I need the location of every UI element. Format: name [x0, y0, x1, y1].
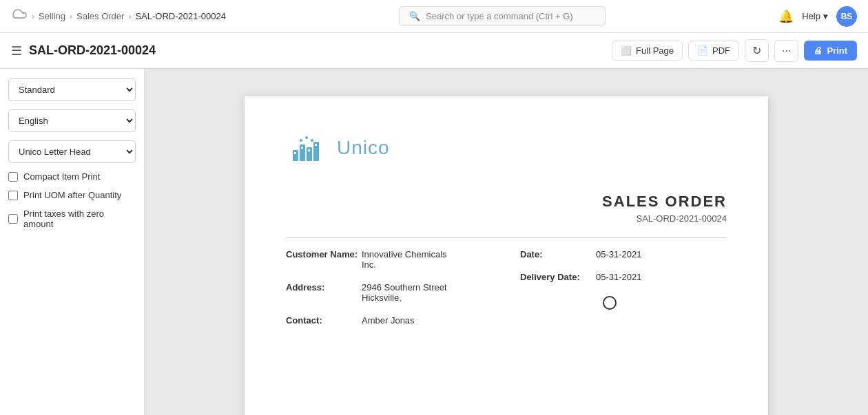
- print-taxes-checkbox[interactable]: [8, 214, 18, 224]
- print-label: Print: [827, 45, 847, 56]
- document-page: Unico SALES ORDER SAL-ORD-2021-00024 Cus…: [245, 96, 768, 415]
- customer-name-label: Customer Name:: [286, 249, 362, 259]
- notifications-icon[interactable]: 🔔: [778, 9, 794, 24]
- company-logo-icon: [286, 131, 327, 165]
- format-select[interactable]: Standard: [8, 78, 136, 101]
- print-button[interactable]: 🖨 Print: [804, 41, 857, 61]
- document-id: SAL-ORD-2021-00024: [286, 213, 727, 224]
- more-options-button[interactable]: ···: [774, 40, 798, 62]
- document-divider: [286, 237, 727, 238]
- svg-point-8: [300, 139, 302, 142]
- help-chevron-icon: ▾: [823, 11, 828, 21]
- contact-label: Contact:: [286, 315, 362, 326]
- breadcrumb-selling[interactable]: Selling: [39, 11, 65, 21]
- breadcrumb-sep-3: ›: [128, 12, 131, 21]
- compact-item-print-option[interactable]: Compact Item Print: [8, 171, 136, 182]
- svg-rect-7: [315, 144, 317, 146]
- delivery-date-value: 05-31-2021: [596, 272, 642, 282]
- compact-item-print-label: Compact Item Print: [23, 171, 100, 182]
- search-bar[interactable]: 🔍 Search or type a command (Ctrl + G): [399, 6, 606, 26]
- document-fields-right: Date: 05-31-2021 Delivery Date: 05-31-20…: [520, 249, 727, 338]
- sidebar: Standard English Unico Letter Head Compa…: [0, 69, 145, 415]
- full-page-icon: ⬜: [621, 45, 632, 56]
- letterhead-select[interactable]: Unico Letter Head: [8, 140, 136, 163]
- svg-rect-0: [293, 150, 298, 161]
- breadcrumb-area: › Selling › Sales Order › SAL-ORD-2021-0…: [11, 6, 226, 26]
- svg-point-10: [311, 139, 313, 142]
- pdf-label: PDF: [712, 45, 730, 56]
- print-uom-label: Print UOM after Quantity: [23, 190, 121, 200]
- document-area: Unico SALES ORDER SAL-ORD-2021-00024 Cus…: [145, 69, 868, 415]
- compact-item-print-checkbox[interactable]: [8, 172, 18, 182]
- cursor-indicator: [603, 296, 617, 310]
- logo-icon[interactable]: [11, 6, 28, 26]
- customer-name-value: Innovative ChemicalsInc.: [362, 249, 447, 270]
- page-title: SAL-ORD-2021-00024: [29, 43, 156, 58]
- document-fields: Customer Name: Innovative ChemicalsInc. …: [286, 249, 727, 338]
- sub-header-left: ☰ SAL-ORD-2021-00024: [11, 43, 156, 58]
- search-icon: 🔍: [409, 11, 420, 21]
- top-nav-right: 🔔 Help ▾ BS: [778, 6, 857, 27]
- print-taxes-label: Print taxes with zero amount: [23, 209, 136, 229]
- document-title-section: SALES ORDER SAL-ORD-2021-00024: [286, 193, 727, 224]
- menu-icon[interactable]: ☰: [11, 43, 22, 58]
- breadcrumb-sep-1: ›: [32, 12, 34, 21]
- date-label: Date:: [520, 249, 596, 259]
- document-header: Unico: [286, 131, 727, 165]
- full-page-label: Full Page: [636, 45, 674, 56]
- document-title: SALES ORDER: [286, 193, 727, 211]
- help-label: Help: [802, 11, 820, 21]
- document-fields-left: Customer Name: Innovative ChemicalsInc. …: [286, 249, 493, 338]
- main-layout: Standard English Unico Letter Head Compa…: [0, 69, 868, 415]
- help-button[interactable]: Help ▾: [802, 11, 828, 21]
- sub-header-actions: ⬜ Full Page 📄 PDF ↻ ··· 🖨 Print: [612, 39, 857, 62]
- search-area: 🔍 Search or type a command (Ctrl + G): [226, 6, 778, 26]
- svg-point-9: [305, 136, 308, 139]
- full-page-button[interactable]: ⬜ Full Page: [612, 41, 683, 61]
- svg-rect-4: [294, 152, 296, 154]
- svg-rect-6: [308, 149, 310, 151]
- contact-field: Contact: Amber Jonas: [286, 315, 493, 326]
- company-name: Unico: [337, 137, 390, 159]
- address-value: 2946 Southern StreetHicksville,: [362, 282, 447, 303]
- print-taxes-option[interactable]: Print taxes with zero amount: [8, 209, 136, 229]
- delivery-date-label: Delivery Date:: [520, 272, 596, 282]
- date-field: Date: 05-31-2021: [520, 249, 727, 259]
- search-placeholder-text: Search or type a command (Ctrl + G): [426, 11, 573, 21]
- svg-rect-5: [301, 147, 303, 149]
- print-icon: 🖨: [814, 45, 823, 56]
- date-value: 05-31-2021: [596, 249, 642, 259]
- print-uom-checkbox[interactable]: [8, 191, 18, 200]
- sub-header: ☰ SAL-ORD-2021-00024 ⬜ Full Page 📄 PDF ↻…: [0, 33, 868, 69]
- refresh-button[interactable]: ↻: [745, 39, 769, 62]
- avatar[interactable]: BS: [836, 6, 857, 27]
- customer-name-field: Customer Name: Innovative ChemicalsInc.: [286, 249, 493, 270]
- contact-value: Amber Jonas: [362, 315, 415, 326]
- company-logo: Unico: [286, 131, 390, 165]
- print-uom-option[interactable]: Print UOM after Quantity: [8, 190, 136, 200]
- language-select[interactable]: English: [8, 109, 136, 132]
- breadcrumb-sales-order[interactable]: Sales Order: [76, 11, 124, 21]
- pdf-button[interactable]: 📄 PDF: [688, 41, 739, 61]
- pdf-icon: 📄: [697, 45, 708, 56]
- breadcrumb-current: SAL-ORD-2021-00024: [135, 11, 226, 21]
- breadcrumb-sep-2: ›: [70, 12, 72, 21]
- delivery-date-field: Delivery Date: 05-31-2021: [520, 272, 727, 282]
- address-field: Address: 2946 Southern StreetHicksville,: [286, 282, 493, 303]
- top-navigation: › Selling › Sales Order › SAL-ORD-2021-0…: [0, 0, 868, 33]
- address-label: Address:: [286, 282, 362, 292]
